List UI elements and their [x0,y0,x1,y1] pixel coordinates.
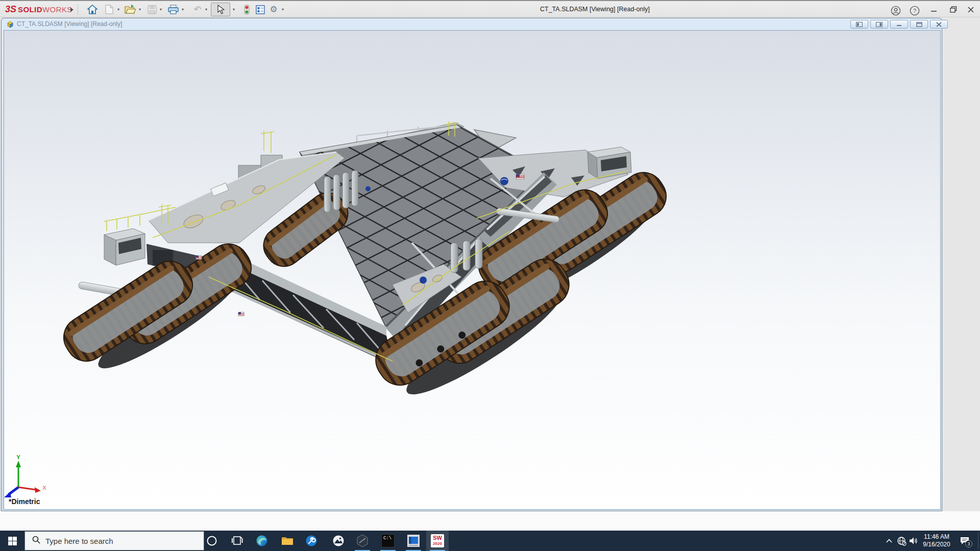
doc-minimize-button[interactable] [890,20,908,29]
sw-year: 2020 [431,541,444,546]
account-icon[interactable] [889,4,902,17]
solidworks-app-icon[interactable]: SW 2020 [426,531,449,551]
document-titlebar[interactable]: CT_TA.SLDASM [Viewing] [Read-only] [2,18,942,30]
hexagon-app-icon[interactable] [351,531,374,551]
network-globe-icon[interactable] [895,531,908,551]
notification-badge: 3 [965,540,972,547]
taskbar-search[interactable] [24,531,204,550]
triad-y-label: Y [16,454,20,460]
document-title: CT_TA.SLDASM [Viewing] [Read-only] [17,20,122,28]
options-gear-button[interactable]: ⚙ [267,3,280,16]
minimize-button[interactable] [925,1,943,18]
open-caret[interactable]: ▾ [137,3,143,16]
logo-mark: 3S [5,4,16,15]
search-icon [32,536,40,546]
remote-window-app-icon[interactable] [402,531,425,551]
graphics-viewport[interactable]: Y X *Dimetric [4,30,941,510]
open-button[interactable] [124,3,137,16]
orientation-triad: Y X [4,454,46,497]
start-button[interactable] [0,531,24,551]
tray-chevron-icon[interactable] [883,531,895,551]
show-desktop-button[interactable] [978,533,978,549]
suspension-cylinders-front [451,239,482,272]
tray-time: 11:46 AM [919,533,954,541]
volume-icon[interactable] [908,531,920,551]
right-cab [587,147,631,179]
options-caret[interactable]: ▾ [280,3,286,16]
help-icon[interactable]: ? [908,4,921,17]
document-window: CT_TA.SLDASM [Viewing] [Read-only] [1,18,942,511]
sw-glyph: SW [431,535,444,541]
us-flag-decal [516,174,524,179]
save-caret[interactable]: ▾ [158,3,164,16]
toggle-right-pane-button[interactable] [870,20,888,29]
us-flag-decal-left [196,256,202,259]
tray-clock[interactable]: 11:46 AM 9/16/2020 [919,533,954,548]
mdi-client-area: CT_TA.SLDASM [Viewing] [Read-only] [0,18,980,531]
doc-restore-button[interactable] [910,20,928,29]
left-cab [104,229,145,265]
svg-text:?: ? [913,8,916,14]
view-orientation-label: *Dimetric [9,497,40,506]
app-title: CT_TA.SLDASM [Viewing] [Read-only] [540,6,650,13]
triad-x-label: X [42,485,46,491]
action-center-icon[interactable]: 3 [955,531,974,551]
select-tool-caret[interactable]: ▾ [231,3,237,16]
toolbar-separator [78,4,78,15]
search-input[interactable] [45,537,188,545]
taskbar: C:\ SW 2020 [0,531,980,551]
edge-browser-icon[interactable] [251,531,273,551]
home-button[interactable] [86,3,99,16]
restore-button[interactable] [944,1,963,18]
save-button[interactable] [145,3,159,16]
print-caret[interactable]: ▾ [180,3,186,16]
new-document-caret[interactable]: ▾ [115,3,121,16]
toggle-left-pane-button[interactable] [850,20,868,29]
cmd-glyph: C:\ [381,534,395,547]
photos-icon[interactable] [327,531,350,551]
print-button[interactable] [166,3,180,16]
statusbar-area [0,511,980,531]
file-explorer-icon[interactable] [276,531,299,551]
us-flag-decal-mid [238,312,244,316]
cortana-icon[interactable] [201,531,223,551]
settings-wrench-icon[interactable] [300,531,323,551]
solidworks-logo: 3S SOLID WORKS [5,4,72,15]
command-prompt-icon[interactable]: C:\ [377,531,399,551]
undo-button[interactable]: ↶ [191,3,204,16]
close-button[interactable] [962,1,980,18]
design-report-button[interactable] [254,3,267,16]
select-tool-button[interactable] [211,3,230,16]
new-document-button[interactable] [103,3,116,16]
rebuild-stoplight-icon[interactable] [240,3,253,16]
task-view-icon[interactable] [226,531,249,551]
app-titlebar: 3S SOLID WORKS ▾ [0,0,980,17]
crawler-transporter-model: Y X *Dimetric [4,30,941,510]
menu-expand-arrow-icon[interactable] [65,3,79,16]
desktop: 3S SOLID WORKS ▾ [0,0,980,551]
doc-close-button[interactable] [930,20,948,29]
tray-date: 9/16/2020 [919,541,954,548]
undo-caret[interactable]: ▾ [203,3,209,16]
assembly-icon [6,20,15,31]
